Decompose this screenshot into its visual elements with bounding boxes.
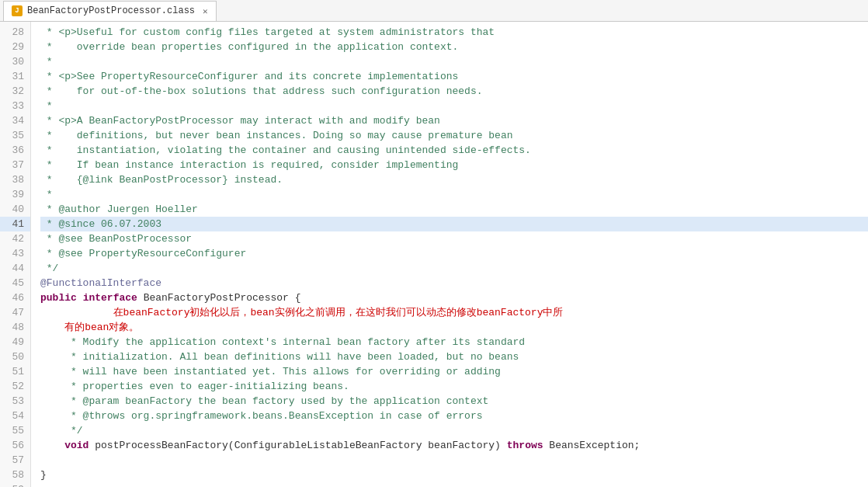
code-segment: * If bean instance interaction is requir… xyxy=(40,159,458,171)
file-icon: J xyxy=(12,5,23,16)
line-number: 44 xyxy=(0,261,30,276)
code-segment: * properties even to eager-initializing … xyxy=(40,381,349,392)
code-content: * <p>Useful for custom config files targ… xyxy=(31,22,868,487)
line-number: 45 xyxy=(0,276,30,290)
code-line: * @see BeanPostProcessor xyxy=(40,231,868,246)
code-segment: */ xyxy=(40,425,83,437)
code-segment: public xyxy=(40,292,77,304)
line-number: 33 xyxy=(0,99,30,113)
line-number: 49 xyxy=(0,335,30,350)
line-number: 28 xyxy=(0,25,30,40)
code-line xyxy=(40,453,868,468)
line-number: 55 xyxy=(0,423,30,438)
code-line: * <p>A BeanFactoryPostProcessor may inte… xyxy=(40,113,868,128)
code-segment: * @param beanFactory the bean factory us… xyxy=(40,395,488,407)
code-segment: * instantiation, violating the container… xyxy=(40,144,531,156)
line-number: 43 xyxy=(0,246,30,261)
line-number: 29 xyxy=(0,40,30,54)
code-segment: * @author Juergen Hoeller xyxy=(40,203,198,215)
code-segment: * Modify the application context's inter… xyxy=(40,336,525,348)
code-segment xyxy=(40,440,64,451)
code-segment: * will have been instantiated yet. This … xyxy=(40,366,501,377)
line-number: 58 xyxy=(0,468,30,482)
code-line: * @see PropertyResourceConfigurer xyxy=(40,246,868,261)
code-segment: * xyxy=(40,56,53,68)
code-line: * <p>See PropertyResourceConfigurer and … xyxy=(40,69,868,84)
code-segment: void xyxy=(64,440,89,451)
code-line: public interface BeanFactoryPostProcesso… xyxy=(40,290,868,305)
code-line: * If bean instance interaction is requir… xyxy=(40,158,868,172)
code-segment: interface xyxy=(83,292,137,304)
code-segment: * @since 06.07.2003 xyxy=(40,218,161,230)
line-number: 32 xyxy=(0,84,30,99)
line-number: 30 xyxy=(0,54,30,69)
editor-window: J BeanFactoryPostProcessor.class ✕ 28293… xyxy=(0,0,868,487)
line-number: 41 xyxy=(0,217,30,231)
tab-label: BeanFactoryPostProcessor.class xyxy=(27,5,195,16)
code-segment: postProcessBeanFactory(ConfigurableLista… xyxy=(89,440,506,451)
line-number: 47 xyxy=(0,305,30,320)
code-line: */ xyxy=(40,261,868,276)
code-segment: * <p>Useful for custom config files targ… xyxy=(40,26,495,38)
code-line: */ xyxy=(40,423,868,438)
editor-tab[interactable]: J BeanFactoryPostProcessor.class ✕ xyxy=(3,1,217,21)
line-number: 57 xyxy=(0,453,30,468)
code-area: 2829303132333435363738394041424344454647… xyxy=(0,22,868,487)
code-line: * @since 06.07.2003 xyxy=(40,217,868,231)
code-line: 在beanFactory初始化以后，bean实例化之前调用，在这时我们可以动态的… xyxy=(40,305,868,320)
code-segment: * xyxy=(40,189,53,200)
code-line: 有的bean对象。 xyxy=(40,320,868,335)
code-line: * {@link BeanPostProcessor} instead. xyxy=(40,172,868,187)
code-line: @FunctionalInterface xyxy=(40,276,868,290)
code-line: * for out-of-the-box solutions that addr… xyxy=(40,84,868,99)
code-line: * @author Juergen Hoeller xyxy=(40,202,868,217)
code-line: void postProcessBeanFactory(Configurable… xyxy=(40,438,868,453)
code-segment: * @see PropertyResourceConfigurer xyxy=(40,248,246,259)
code-segment: BeansException; xyxy=(543,440,641,451)
line-numbers: 2829303132333435363738394041424344454647… xyxy=(0,22,31,487)
line-number: 52 xyxy=(0,379,30,394)
code-segment: 在beanFactory初始化以后，bean实例化之前调用，在这时我们可以动态的… xyxy=(40,307,563,318)
code-segment xyxy=(77,292,83,304)
line-number: 51 xyxy=(0,364,30,379)
code-segment: @FunctionalInterface xyxy=(40,277,161,289)
line-number: 36 xyxy=(0,143,30,158)
line-number: 34 xyxy=(0,113,30,128)
line-number: 37 xyxy=(0,158,30,172)
line-number: 40 xyxy=(0,202,30,217)
line-number: 35 xyxy=(0,128,30,143)
code-line: * will have been instantiated yet. This … xyxy=(40,364,868,379)
line-number: 39 xyxy=(0,187,30,202)
code-segment: throws xyxy=(507,440,543,451)
code-segment: * definitions, but never bean instances.… xyxy=(40,130,513,141)
code-segment: */ xyxy=(40,263,58,274)
code-segment: * @throws org.springframework.beans.Bean… xyxy=(40,410,483,422)
code-segment: 有的bean对象。 xyxy=(40,322,139,333)
line-number: 50 xyxy=(0,350,30,364)
code-line: } xyxy=(40,468,868,482)
code-line: * override bean properties configured in… xyxy=(40,40,868,54)
line-number: 38 xyxy=(0,172,30,187)
code-line: * @throws org.springframework.beans.Bean… xyxy=(40,409,868,423)
line-number: 59 xyxy=(0,482,30,487)
code-segment: * @see BeanPostProcessor xyxy=(40,233,192,245)
code-line: * Modify the application context's inter… xyxy=(40,335,868,350)
line-number: 48 xyxy=(0,320,30,335)
code-segment: } xyxy=(40,469,47,481)
code-segment: * <p>A BeanFactoryPostProcessor may inte… xyxy=(40,115,440,127)
code-line: * instantiation, violating the container… xyxy=(40,143,868,158)
tab-close-button[interactable]: ✕ xyxy=(203,6,208,16)
line-number: 31 xyxy=(0,69,30,84)
code-line: * xyxy=(40,99,868,113)
code-line: * properties even to eager-initializing … xyxy=(40,379,868,394)
code-line: * @param beanFactory the bean factory us… xyxy=(40,394,868,409)
line-number: 56 xyxy=(0,438,30,453)
code-line: * xyxy=(40,187,868,202)
code-segment: BeanFactoryPostProcessor { xyxy=(137,292,301,304)
code-segment: * <p>See PropertyResourceConfigurer and … xyxy=(40,71,458,82)
line-number: 54 xyxy=(0,409,30,423)
code-line: * definitions, but never bean instances.… xyxy=(40,128,868,143)
tab-bar: J BeanFactoryPostProcessor.class ✕ xyxy=(0,0,868,22)
line-number: 42 xyxy=(0,231,30,246)
code-line: * xyxy=(40,54,868,69)
